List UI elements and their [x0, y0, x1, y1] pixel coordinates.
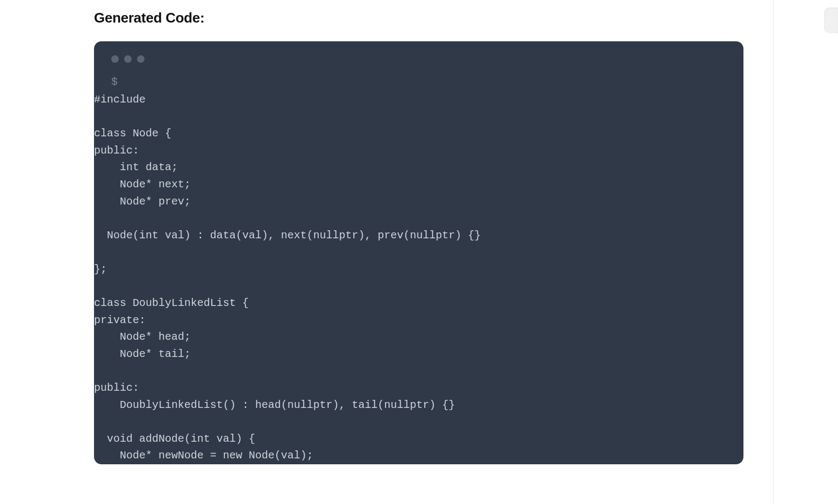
- code-block: #include class Node { public: int data; …: [94, 88, 743, 464]
- section-heading: Generated Code:: [94, 0, 743, 41]
- window-controls: [94, 41, 743, 63]
- page-container: Generated Code: $ #include class Node { …: [0, 0, 838, 504]
- content-area: Generated Code: $ #include class Node { …: [64, 0, 774, 504]
- window-dot-icon: [111, 55, 119, 63]
- window-dot-icon: [124, 55, 132, 63]
- window-dot-icon: [137, 55, 145, 63]
- code-window: $ #include class Node { public: int data…: [94, 41, 743, 464]
- side-tab-fragment[interactable]: [824, 8, 838, 33]
- prompt-symbol: $: [111, 76, 118, 88]
- terminal-prompt: $: [94, 63, 743, 88]
